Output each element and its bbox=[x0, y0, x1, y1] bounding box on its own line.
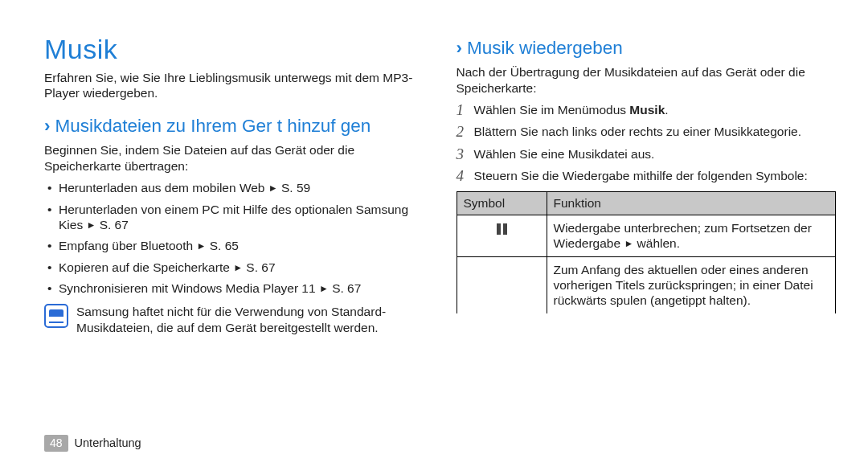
note-text: Samsung haftet nicht für die Verwendung … bbox=[76, 304, 424, 335]
section-name: Unterhaltung bbox=[75, 436, 141, 450]
step-item: Steuern Sie die Wiedergabe mithilfe der … bbox=[457, 168, 837, 183]
note-icon bbox=[44, 304, 68, 328]
arrow-right-icon: ► bbox=[233, 262, 243, 273]
table-row: Zum Anfang des aktuellen oder eines ande… bbox=[457, 256, 836, 313]
subhead-play-music-label: Musik wiedergeben bbox=[467, 38, 623, 58]
list-item: Kopieren auf die Speicherkarte ► S. 67 bbox=[47, 260, 424, 275]
play-arrow-icon: ► bbox=[624, 238, 633, 249]
chevron-right-icon: › bbox=[44, 116, 51, 136]
page-title: Musik bbox=[44, 32, 424, 67]
right-column: ›Musik wiedergeben Nach der Übertragung … bbox=[457, 32, 837, 335]
steps-list: Wählen Sie im Menümodus Musik. Blättern … bbox=[457, 102, 837, 184]
list-item: Empfang über Bluetooth ► S. 65 bbox=[47, 238, 424, 253]
right-lead: Nach der Übertragung der Musikdateien au… bbox=[457, 64, 837, 96]
intro-text: Erfahren Sie, wie Sie Ihre Lieblingsmusi… bbox=[44, 70, 424, 101]
pause-icon bbox=[495, 220, 508, 236]
func-cell: Wiedergabe unterbrechen; zum Fortsetzen … bbox=[547, 215, 836, 256]
step-item: Wählen Sie eine Musikdatei aus. bbox=[457, 146, 837, 162]
left-lead: Beginnen Sie, indem Sie Dateien auf das … bbox=[44, 142, 424, 174]
arrow-right-icon: ► bbox=[196, 240, 206, 252]
step-item: Wählen Sie im Menümodus Musik. bbox=[457, 102, 837, 117]
note-box: Samsung haftet nicht für die Verwendung … bbox=[44, 304, 424, 335]
list-item: Synchronisieren mit Windows Media Player… bbox=[47, 281, 424, 296]
symbols-table: Symbol Funktion Wiedergabe unterbrechen;… bbox=[457, 191, 837, 313]
subhead-add-music-label: Musikdateien zu Ihrem Ger t hinzuf gen bbox=[55, 116, 371, 136]
arrow-right-icon: ► bbox=[319, 283, 329, 294]
step-item: Blättern Sie nach links oder rechts zu e… bbox=[457, 124, 837, 139]
table-row: Wiedergabe unterbrechen; zum Fortsetzen … bbox=[457, 215, 836, 256]
arrow-right-icon: ► bbox=[86, 219, 96, 231]
th-function: Funktion bbox=[547, 192, 836, 215]
arrow-right-icon: ► bbox=[268, 182, 278, 194]
table-header-row: Symbol Funktion bbox=[457, 192, 836, 215]
subhead-add-music: ›Musikdateien zu Ihrem Ger t hinzuf gen bbox=[44, 115, 424, 137]
page-number: 48 bbox=[44, 435, 68, 453]
chevron-right-icon: › bbox=[457, 38, 463, 58]
list-item: Herunterladen aus dem mobilen Web ► S. 5… bbox=[47, 180, 424, 195]
list-item: Herunterladen von einem PC mit Hilfe des… bbox=[47, 202, 424, 233]
left-column: Musik Erfahren Sie, wie Sie Ihre Lieblin… bbox=[44, 32, 424, 335]
subhead-play-music: ›Musik wiedergeben bbox=[457, 37, 837, 59]
th-symbol: Symbol bbox=[457, 192, 547, 215]
transfer-methods-list: Herunterladen aus dem mobilen Web ► S. 5… bbox=[44, 180, 424, 296]
func-cell: Zum Anfang des aktuellen oder eines ande… bbox=[547, 256, 836, 313]
page-footer: 48 Unterhaltung bbox=[44, 435, 141, 453]
